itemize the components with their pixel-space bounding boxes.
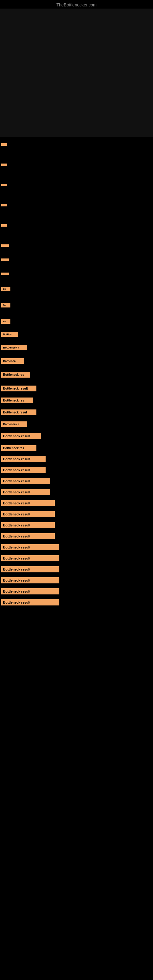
bottleneck-result-label: Bottleneck result (1, 489, 50, 495)
bottleneck-result-label: Bottleneck result (1, 533, 55, 539)
bottleneck-result-label: Bo (1, 319, 10, 324)
bottleneck-result-label (1, 143, 7, 146)
bottleneck-result-label: Bottleneck res (1, 372, 30, 378)
list-item: Bottleneck result (0, 588, 153, 595)
list-item: Bottleneck result (0, 577, 153, 584)
list-item: Bottleneck result (0, 500, 153, 506)
bottleneck-result-label: Bottleneck result (1, 522, 55, 528)
list-item (0, 184, 153, 186)
bottleneck-result-label: B (1, 272, 9, 275)
list-item: Bottleneck result (0, 433, 153, 439)
list-item: Bottleneck result (0, 566, 153, 573)
results-container: sBBoBoBoBottlenBottleneck rBottlenecBott… (0, 137, 153, 610)
bottleneck-result-label: Bottleneck result (1, 456, 46, 462)
list-item: Bottleneck result (0, 467, 153, 473)
list-item: Bottleneck res (0, 372, 153, 378)
bottleneck-result-label: Bottleneck result (1, 544, 59, 550)
list-item: Bottleneck result (0, 555, 153, 562)
bottleneck-result-label: Bottleneck result (1, 588, 59, 595)
list-item: Bottleneck resul (0, 409, 153, 415)
site-title: TheBottlenecker.com (0, 0, 153, 9)
list-item (0, 224, 153, 227)
list-item: Bottlenec (0, 358, 153, 364)
list-item: Bottleneck result (0, 456, 153, 462)
list-item: Bottleneck result (0, 544, 153, 550)
chart-area (0, 9, 153, 137)
bottleneck-result-label (1, 184, 7, 186)
bottleneck-result-label: Bottleneck result (1, 511, 55, 517)
bottleneck-result-label: Bottleneck result (1, 555, 59, 562)
bottleneck-result-label: Bottlen (1, 332, 18, 337)
bottleneck-result-label: Bottleneck result (1, 577, 59, 584)
bottleneck-result-label: Bottleneck result (1, 599, 59, 605)
list-item: Bo (0, 319, 153, 324)
list-item: Bottleneck res (0, 445, 153, 451)
bottleneck-result-label (1, 224, 7, 227)
bottleneck-result-label (1, 164, 7, 166)
list-item: Bottleneck result (0, 522, 153, 528)
bottleneck-result-label: Bottleneck result (1, 385, 37, 391)
list-item: s (0, 258, 153, 261)
bottleneck-result-label: Bottleneck resul (1, 409, 37, 415)
bottleneck-result-label: Bottleneck result (1, 478, 50, 484)
bottleneck-result-label: s (1, 258, 9, 261)
list-item: Bottleneck result (0, 489, 153, 495)
bottleneck-result-label: Bottleneck result (1, 500, 55, 506)
bottleneck-result-label: Bo (1, 303, 10, 307)
list-item (0, 164, 153, 166)
list-item (0, 244, 153, 247)
bottleneck-result-label: Bottleneck result (1, 467, 46, 473)
list-item: Bo (0, 303, 153, 307)
bottleneck-result-label (1, 244, 9, 247)
list-item: Bottleneck result (0, 478, 153, 484)
list-item: Bottleneck result (0, 385, 153, 391)
bottleneck-result-label: Bottleneck result (1, 433, 41, 439)
bottleneck-result-label: Bo (1, 286, 10, 291)
list-item: Bottleneck r (0, 422, 153, 427)
list-item: Bottleneck result (0, 599, 153, 605)
list-item (0, 143, 153, 146)
list-item (0, 204, 153, 207)
list-item: Bottleneck result (0, 511, 153, 517)
bottleneck-result-label: Bottleneck result (1, 566, 59, 573)
bottleneck-result-label (1, 204, 7, 207)
bottleneck-result-label: Bottleneck r (1, 345, 27, 350)
bottleneck-result-label: Bottleneck res (1, 445, 37, 451)
list-item: B (0, 272, 153, 275)
list-item: Bottlen (0, 332, 153, 337)
list-item: Bottleneck r (0, 345, 153, 350)
bottleneck-result-label: Bottlenec (1, 358, 24, 364)
bottleneck-result-label: Bottleneck res (1, 398, 33, 403)
bottleneck-result-label: Bottleneck r (1, 422, 27, 427)
list-item: Bottleneck res (0, 398, 153, 403)
list-item: Bo (0, 286, 153, 291)
list-item: Bottleneck result (0, 533, 153, 539)
